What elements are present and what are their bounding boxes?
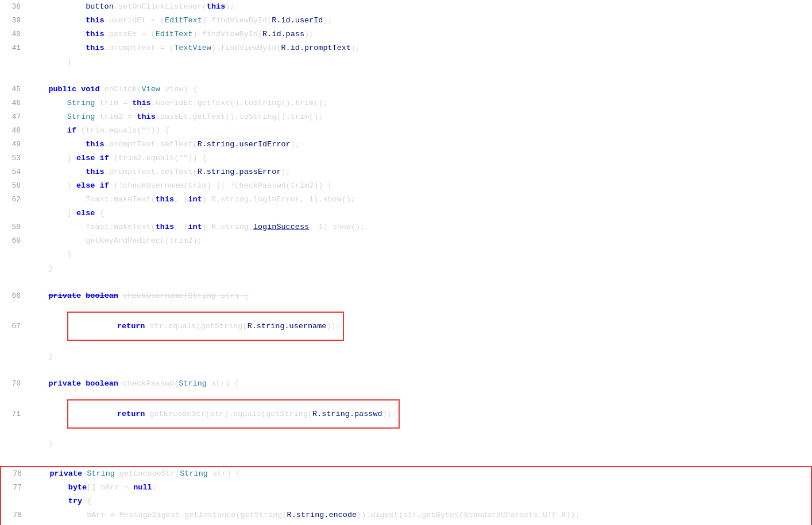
ln-53: 53 — [0, 151, 28, 165]
line-60: 60 getKeyAndRedirect(trim2); — [0, 234, 812, 248]
lc-77: byte[] bArr = null; — [29, 481, 811, 495]
ln-78: 78 — [1, 508, 29, 522]
line-try: try { — [1, 495, 811, 508]
ln-66: 66 — [0, 289, 28, 303]
ln-40: 40 — [0, 28, 28, 41]
lc-39: this.useridEt = (EditText) findViewById(… — [28, 14, 812, 28]
lc-60: getKeyAndRedirect(trim2); — [28, 234, 812, 248]
lc-47: String trim2 = this.passEt.getText().toS… — [28, 110, 812, 124]
lc-46: String trim = this.useridEt.getText().to… — [28, 96, 812, 110]
ln-48: 48 — [0, 124, 28, 138]
lc-54: this.promptText.setText(R.string.passErr… — [28, 165, 812, 179]
lc-70: private boolean checkPasswd(String str) … — [28, 377, 812, 391]
lc-62: Toast.makeText(this, (int) R.string.logi… — [28, 193, 812, 207]
ln-41: 41 — [0, 41, 28, 55]
ln-77: 77 — [1, 481, 29, 495]
line-59: 59 Toast.makeText(this, (int) R.string.l… — [0, 220, 812, 234]
lc-41: this.promptText = (TextView) findViewByI… — [28, 41, 812, 55]
line-71-wrapper: 71 return getEncodeStr(str).equals(getSt… — [0, 391, 812, 437]
line-48: 48 if (trim.equals("")) { — [0, 124, 812, 138]
lc-48: if (trim.equals("")) { — [28, 124, 812, 138]
code-container: 38 button.setOnClickListener(this); 39 t… — [0, 0, 812, 525]
line-76: 76 private String getEncodeStr(String st… — [1, 467, 811, 481]
line-78: 78 bArr = MessageDigest.getInstance(getS… — [1, 508, 811, 522]
line-39: 39 this.useridEt = (EditText) findViewBy… — [0, 14, 812, 28]
line-41: 41 this.promptText = (TextView) findView… — [0, 41, 812, 55]
ln-49: 49 — [0, 138, 28, 151]
line-45: 45 public void onClick(View view) { — [0, 83, 812, 96]
lc-53: } else if (trim2.equals("")) { — [28, 151, 812, 165]
line-38: 38 button.setOnClickListener(this); — [0, 0, 812, 14]
line-40: 40 this.passEt = (EditText) findViewById… — [0, 28, 812, 41]
lc-40: this.passEt = (EditText) findViewById(R.… — [28, 28, 812, 41]
lc-for: for (int i = 0; i < bArr.length; i++) { — [29, 522, 811, 525]
line-close1: } — [0, 55, 812, 69]
ln-70: 70 — [0, 377, 28, 391]
empty3 — [0, 363, 812, 377]
ln-60: 60 — [0, 234, 28, 248]
ln-46: 46 — [0, 96, 28, 110]
line-closebrace2: } — [0, 248, 812, 262]
ln-54: 54 — [0, 165, 28, 179]
ln-59: 59 — [0, 220, 28, 234]
ln-58: 58 — [0, 179, 28, 193]
line-70: 70 private boolean checkPasswd(String st… — [0, 377, 812, 391]
line-close-66: } — [0, 349, 812, 363]
lc-67: return str.equals(getString(R.string.use… — [28, 303, 812, 349]
line-47: 47 String trim2 = this.passEt.getText().… — [0, 110, 812, 124]
line-49: 49 this.promptText.setText(R.string.user… — [0, 138, 812, 151]
lc-close-70: } — [28, 437, 812, 451]
line-67-wrapper: 67 return str.equals(getString(R.string.… — [0, 303, 812, 349]
line-for: for (int i = 0; i < bArr.length; i++) { — [1, 522, 811, 525]
line-close-70: } — [0, 437, 812, 451]
lc-45: public void onClick(View view) { — [28, 83, 812, 96]
lc-71: return getEncodeStr(str).equals(getStrin… — [28, 391, 812, 437]
empty2 — [0, 275, 812, 289]
line-54: 54 this.promptText.setText(R.string.pass… — [0, 165, 812, 179]
ln-47: 47 — [0, 110, 28, 124]
line-62: 62 Toast.makeText(this, (int) R.string.l… — [0, 193, 812, 207]
ln-45: 45 — [0, 83, 28, 96]
lc-76: private String getEncodeStr(String str) … — [29, 467, 811, 481]
line-53: 53 } else if (trim2.equals("")) { — [0, 151, 812, 165]
line-else: } else { — [0, 207, 812, 220]
line-66: 66 private boolean checkUsername(String … — [0, 289, 812, 303]
line-46: 46 String trim = this.useridEt.getText()… — [0, 96, 812, 110]
ln-67: 67 — [0, 322, 28, 330]
ln-76: 76 — [1, 467, 29, 481]
lc-59: Toast.makeText(this, (int) R.string.logi… — [28, 220, 812, 234]
lc-close1: } — [28, 55, 812, 69]
lc-78: bArr = MessageDigest.getInstance(getStri… — [29, 508, 811, 522]
lc-try: try { — [29, 495, 811, 508]
ln-39: 39 — [0, 14, 28, 28]
empty1 — [0, 69, 812, 83]
lc-close-66: } — [28, 349, 812, 363]
line-77: 77 byte[] bArr = null; — [1, 481, 811, 495]
big-box-section: 76 private String getEncodeStr(String st… — [0, 466, 812, 525]
ln-62: 62 — [0, 193, 28, 207]
code-area: 38 button.setOnClickListener(this); 39 t… — [0, 0, 812, 525]
ln-38: 38 — [0, 0, 28, 14]
empty4 — [0, 451, 812, 465]
line-58: 58 } else if (!checkUsername(trim) || !c… — [0, 179, 812, 193]
line-closebrace3: } — [0, 262, 812, 275]
lc-66: private boolean checkUsername(String str… — [28, 289, 812, 303]
ln-71: 71 — [0, 410, 28, 418]
lc-49: this.promptText.setText(R.string.userIdE… — [28, 138, 812, 151]
lc-58: } else if (!checkUsername(trim) || !chec… — [28, 179, 812, 193]
lc-else: } else { — [28, 207, 812, 220]
lc-closebrace3: } — [28, 262, 812, 275]
lc-38: button.setOnClickListener(this); — [28, 0, 812, 14]
lc-closebrace2: } — [28, 248, 812, 262]
